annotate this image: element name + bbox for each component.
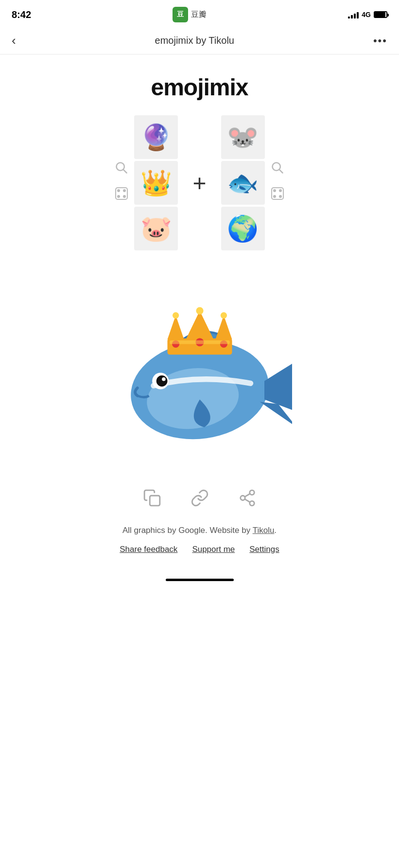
app-title: emojimix <box>10 74 389 101</box>
svg-rect-32 <box>150 496 160 506</box>
left-emoji-grid: 🔮 👑 🐷 <box>134 115 178 250</box>
status-right: 4G <box>348 11 387 18</box>
svg-point-6 <box>123 195 125 197</box>
nav-bar: ‹ emojimix by Tikolu ••• <box>0 27 399 54</box>
right-side-controls <box>270 161 285 205</box>
settings-link[interactable]: Settings <box>249 545 279 554</box>
svg-marker-23 <box>186 311 213 339</box>
fish-crown-illustration <box>107 280 292 455</box>
home-bar <box>166 579 234 581</box>
svg-line-37 <box>244 494 250 496</box>
status-bar: 8:42 豆 豆瓣 4G <box>0 0 399 27</box>
signal-bars-icon <box>348 11 359 18</box>
action-icons <box>0 479 399 519</box>
left-dice-icon[interactable] <box>114 186 129 205</box>
right-emoji-2[interactable]: 🌍 <box>221 207 265 250</box>
svg-point-30 <box>220 312 226 319</box>
nav-title: emojimix by Tikolu <box>155 35 234 46</box>
left-side-controls <box>114 161 129 205</box>
svg-line-8 <box>279 170 282 173</box>
svg-rect-2 <box>116 188 127 199</box>
left-emoji-0[interactable]: 🔮 <box>134 115 178 159</box>
result-section <box>0 265 399 479</box>
svg-point-12 <box>274 195 276 197</box>
right-dice-icon[interactable] <box>270 186 285 205</box>
svg-point-28 <box>172 312 178 319</box>
svg-marker-22 <box>167 316 184 339</box>
svg-line-1 <box>124 170 127 173</box>
link-button[interactable] <box>191 489 209 512</box>
svg-point-29 <box>196 307 203 315</box>
share-feedback-link[interactable]: Share feedback <box>120 545 177 554</box>
footer-links: Share feedback Support me Settings <box>0 540 399 569</box>
result-emoji <box>107 275 292 460</box>
more-button[interactable]: ••• <box>373 35 387 47</box>
svg-point-19 <box>156 375 167 387</box>
left-search-icon[interactable] <box>115 161 128 178</box>
right-emoji-grid: 🐭 🐟 🌍 <box>221 115 265 250</box>
app-title-section: emojimix <box>0 54 399 110</box>
svg-point-11 <box>279 190 281 192</box>
tikolu-link[interactable]: Tikolu <box>253 526 275 535</box>
copy-button[interactable] <box>143 489 161 512</box>
battery-fill <box>375 12 385 17</box>
svg-point-4 <box>123 190 125 192</box>
footer-text: All graphics by Google. Website by Tikol… <box>0 519 399 540</box>
network-label: 4G <box>362 11 371 18</box>
right-search-icon[interactable] <box>271 161 284 178</box>
svg-point-5 <box>118 195 120 197</box>
svg-rect-9 <box>272 188 283 199</box>
picker-area: 🔮 👑 🐷 + 🐭 🐟 🌍 <box>0 110 399 265</box>
svg-point-13 <box>279 195 281 197</box>
svg-point-20 <box>162 377 166 381</box>
status-time: 8:42 <box>12 9 31 20</box>
left-emoji-1[interactable]: 👑 <box>134 161 178 205</box>
right-picker-wrapper: 🐭 🐟 🌍 <box>221 115 285 250</box>
svg-line-36 <box>244 499 250 502</box>
battery-icon <box>374 11 387 18</box>
svg-point-10 <box>274 190 276 192</box>
right-emoji-1[interactable]: 🐟 <box>221 161 265 205</box>
home-indicator <box>0 569 399 586</box>
share-button[interactable] <box>238 489 257 512</box>
left-emoji-2[interactable]: 🐷 <box>134 207 178 250</box>
svg-rect-31 <box>170 340 230 344</box>
back-button[interactable]: ‹ <box>12 33 16 48</box>
status-center: 豆 豆瓣 <box>173 7 207 22</box>
douban-icon: 豆 <box>173 7 188 22</box>
support-me-link[interactable]: Support me <box>192 545 235 554</box>
svg-marker-24 <box>215 316 232 339</box>
right-emoji-0[interactable]: 🐭 <box>221 115 265 159</box>
plus-sign: + <box>188 170 211 196</box>
left-picker-wrapper: 🔮 👑 🐷 <box>114 115 178 250</box>
douban-label: 豆瓣 <box>191 10 207 20</box>
svg-point-3 <box>118 190 120 192</box>
